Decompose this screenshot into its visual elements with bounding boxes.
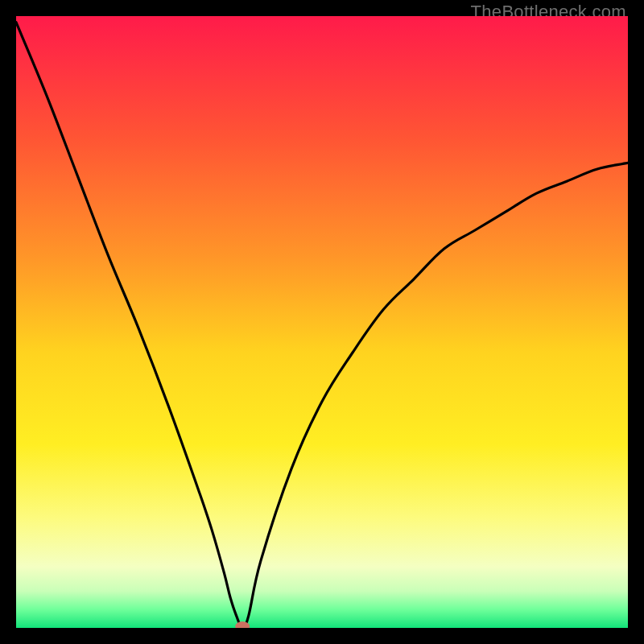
- chart-background: [16, 16, 628, 628]
- chart-frame: [16, 16, 628, 628]
- chart-svg: [16, 16, 628, 628]
